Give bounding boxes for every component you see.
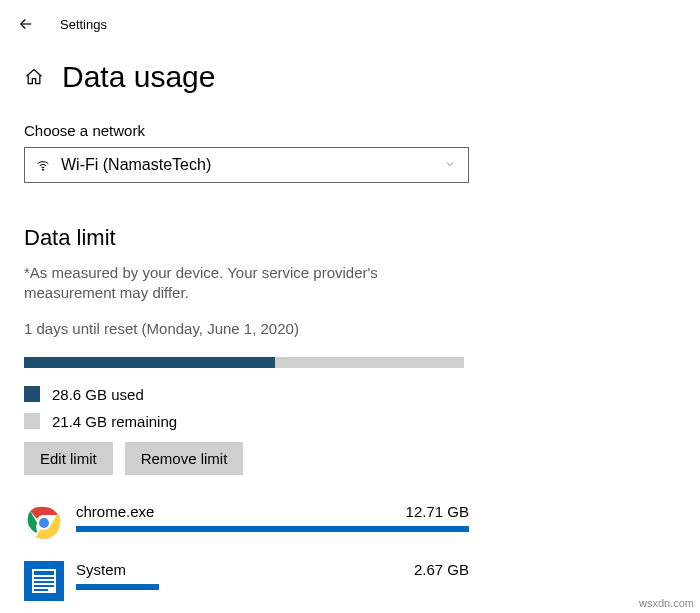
edit-limit-button[interactable]: Edit limit bbox=[24, 442, 113, 475]
chrome-icon bbox=[24, 503, 64, 543]
svg-rect-9 bbox=[34, 581, 54, 583]
remove-limit-button[interactable]: Remove limit bbox=[125, 442, 244, 475]
svg-rect-7 bbox=[34, 571, 54, 575]
svg-rect-8 bbox=[34, 577, 54, 579]
system-icon bbox=[24, 561, 64, 601]
app-usage-bar bbox=[76, 526, 469, 532]
page-title: Data usage bbox=[62, 60, 215, 94]
home-icon[interactable] bbox=[24, 67, 44, 87]
limit-bar bbox=[24, 357, 464, 368]
app-row: System 2.67 GB bbox=[24, 561, 469, 601]
topbar-title: Settings bbox=[60, 17, 107, 32]
app-name: chrome.exe bbox=[76, 503, 154, 520]
svg-point-0 bbox=[42, 169, 43, 170]
app-row: chrome.exe 12.71 GB bbox=[24, 503, 469, 543]
svg-rect-10 bbox=[34, 585, 54, 587]
wifi-icon bbox=[35, 157, 51, 173]
app-usage: 12.71 GB bbox=[406, 503, 469, 520]
chevron-down-icon bbox=[444, 156, 456, 174]
svg-point-4 bbox=[39, 518, 49, 528]
legend-used-square bbox=[24, 386, 40, 402]
data-limit-disclaimer: *As measured by your device. Your servic… bbox=[24, 263, 469, 304]
watermark: wsxdn.com bbox=[639, 597, 694, 609]
reset-info: 1 days until reset (Monday, June 1, 2020… bbox=[24, 320, 676, 337]
app-usage: 2.67 GB bbox=[414, 561, 469, 578]
legend-used-text: 28.6 GB used bbox=[52, 386, 144, 403]
network-label: Choose a network bbox=[24, 122, 676, 139]
limit-bar-fill bbox=[24, 357, 275, 368]
network-dropdown[interactable]: Wi-Fi (NamasteTech) bbox=[24, 147, 469, 183]
back-icon[interactable] bbox=[16, 14, 36, 34]
legend-remaining-text: 21.4 GB remaining bbox=[52, 413, 177, 430]
legend-remaining-square bbox=[24, 413, 40, 429]
network-selected: Wi-Fi (NamasteTech) bbox=[61, 156, 211, 174]
data-limit-heading: Data limit bbox=[24, 225, 676, 251]
svg-rect-11 bbox=[34, 589, 48, 591]
app-usage-bar bbox=[76, 584, 159, 590]
app-name: System bbox=[76, 561, 126, 578]
